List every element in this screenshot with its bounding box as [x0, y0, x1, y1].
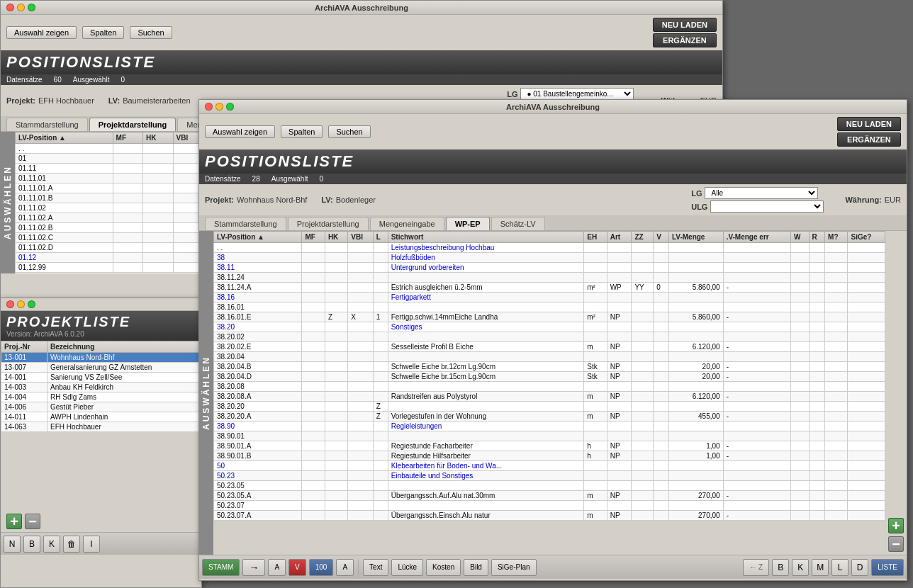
cell2-pos[interactable]: 50.23 — [214, 471, 302, 481]
btn-suchen-2[interactable]: Suchen — [328, 125, 370, 138]
cell2-pos[interactable]: 50.23.07 — [214, 501, 302, 511]
list-item[interactable]: 14-011AWPH Lindenhain — [1, 412, 201, 422]
cell2-pos[interactable]: 38 — [214, 253, 302, 263]
cell-pos[interactable]: 01.12.99.A — [16, 273, 113, 274]
btn-a1[interactable]: A — [268, 559, 286, 576]
cell-pos[interactable]: 01.11.01.A — [16, 183, 113, 193]
minimize-btn-proj[interactable] — [17, 300, 25, 308]
add-row-btn[interactable]: + — [888, 518, 904, 533]
proj-nr[interactable]: 14-011 — [1, 412, 47, 422]
proj-nr[interactable]: 13-007 — [1, 363, 47, 373]
cell2-pos[interactable]: 38.16 — [214, 293, 302, 303]
maximize-btn-proj[interactable] — [28, 300, 35, 308]
toolbar-trash[interactable]: 🗑 — [63, 536, 80, 553]
proj-nr[interactable]: 14-006 — [1, 402, 47, 412]
btn-b-icon[interactable]: B — [772, 559, 789, 576]
cell-pos[interactable]: 01.11.02.D — [16, 243, 113, 253]
close-btn-1[interactable] — [6, 4, 14, 11]
cell2-pos[interactable]: . . — [214, 243, 302, 253]
minimize-btn-1[interactable] — [17, 4, 25, 11]
btn-flag[interactable]: V — [289, 559, 306, 576]
proj-nr[interactable]: 13-001 — [1, 353, 47, 363]
cell2-pos[interactable]: 38.20 — [214, 322, 302, 332]
tab-stammdarstellung-2[interactable]: Stammdarstellung — [205, 217, 286, 230]
cell2-pos[interactable]: 50.23.05 — [214, 481, 302, 491]
cell-pos[interactable]: 01.11.02.A — [16, 213, 113, 223]
tab-projektdarstellung-1[interactable]: Projektdarstellung — [89, 118, 177, 131]
cell-pos[interactable]: 01.11.01.B — [16, 193, 113, 203]
btn-spalten-2[interactable]: Spalten — [281, 125, 323, 138]
btn-kosten[interactable]: Kosten — [426, 559, 461, 576]
btn-liste[interactable]: LISTE — [871, 559, 904, 576]
btn-neu-laden-2[interactable]: NEU LADEN — [837, 117, 901, 131]
btn-z[interactable]: ← Z — [743, 559, 769, 576]
cell2-pos[interactable]: 38.20.08 — [214, 382, 302, 392]
cell2-pos[interactable]: 38.11 — [214, 263, 302, 273]
toolbar-n[interactable]: N — [4, 536, 21, 553]
toolbar-b[interactable]: B — [23, 536, 40, 553]
proj-nr[interactable]: 14-004 — [1, 392, 47, 402]
cell-pos[interactable]: 01.11.01 — [16, 174, 113, 183]
toolbar-k[interactable]: K — [43, 536, 60, 553]
cell2-pos[interactable]: 38.11.24.A — [214, 283, 302, 293]
cell2-pos[interactable]: 38.16.01 — [214, 303, 302, 312]
cell2-pos[interactable]: 38.20.20.A — [214, 412, 302, 422]
add-project-btn[interactable]: + — [6, 514, 22, 529]
cell2-pos[interactable]: 38.90 — [214, 422, 302, 431]
del-row-btn[interactable]: − — [888, 536, 904, 552]
btn-neu-laden-1[interactable]: NEU LADEN — [653, 18, 717, 32]
btn-100[interactable]: 100 — [309, 559, 334, 576]
cell-pos[interactable]: 01.12.99 — [16, 263, 113, 273]
btn-auswahl-1[interactable]: Auswahl zeigen — [6, 26, 77, 39]
maximize-btn-2[interactable] — [226, 103, 234, 111]
toolbar-i[interactable]: I — [83, 536, 100, 553]
cell2-pos[interactable]: 50 — [214, 461, 302, 471]
list-item[interactable]: 14-004RH Sdlg Zams — [1, 392, 201, 402]
tab-wp-ep-2[interactable]: WP-EP — [446, 217, 490, 230]
btn-ergaenzen-1[interactable]: ERGÄNZEN — [653, 33, 717, 47]
cell2-pos[interactable]: 38.90.01.A — [214, 441, 302, 451]
cell2-pos[interactable]: 38.20.04 — [214, 352, 302, 362]
cell2-pos[interactable]: 50.23.07.A — [214, 511, 302, 521]
btn-ergaenzen-2[interactable]: ERGÄNZEN — [837, 132, 901, 147]
cell-pos[interactable]: 01 — [16, 154, 113, 164]
btn-a2[interactable]: A — [336, 559, 354, 576]
lg-select-1[interactable]: ● 01 Baustellengemeinko... — [520, 88, 634, 100]
btn-l-icon[interactable]: L — [831, 559, 848, 576]
btn-m-icon[interactable]: M — [812, 559, 829, 576]
cell-pos[interactable]: 01.11.02 — [16, 203, 113, 213]
btn-luecke[interactable]: Lücke — [391, 559, 423, 576]
tab-schaetz-lv-2[interactable]: Schätz-LV — [491, 217, 545, 230]
cell-pos[interactable]: 01.11.02.C — [16, 233, 113, 243]
maximize-btn-1[interactable] — [28, 4, 35, 11]
tab-projektdarstellung-2[interactable]: Projektdarstellung — [288, 217, 369, 230]
cell2-pos[interactable]: 38.11.24 — [214, 273, 302, 283]
close-btn-2[interactable] — [205, 103, 213, 111]
list-item[interactable]: 14-003Anbau KH Feldkirch — [1, 383, 201, 392]
cell2-pos[interactable]: 50.23.05.A — [214, 491, 302, 501]
cell2-pos[interactable]: 38.20.20 — [214, 402, 302, 412]
ulg-select-2[interactable] — [710, 200, 824, 213]
cell-pos[interactable]: 01.12 — [16, 253, 113, 263]
del-project-btn[interactable]: − — [25, 514, 40, 529]
cell2-pos[interactable]: 38.16.01.E — [214, 312, 302, 322]
btn-bild[interactable]: Bild — [464, 559, 488, 576]
btn-text[interactable]: Text — [363, 559, 388, 576]
btn-d-icon[interactable]: D — [851, 559, 868, 576]
cell2-pos[interactable]: 38.20.04.D — [214, 372, 302, 382]
btn-sige[interactable]: SiGe-Plan — [491, 559, 537, 576]
cell-pos[interactable]: 01.11.02.B — [16, 223, 113, 233]
proj-nr[interactable]: 14-063 — [1, 422, 47, 432]
btn-spalten-1[interactable]: Spalten — [82, 26, 124, 39]
btn-arrow[interactable]: → — [242, 559, 265, 576]
btn-suchen-1[interactable]: Suchen — [130, 26, 172, 39]
cell-pos[interactable]: 01.11 — [16, 164, 113, 174]
tab-mengeneingabe-2[interactable]: Mengeneingabe — [370, 217, 444, 230]
list-item[interactable]: 13-001Wohnhaus Nord-Bhf — [1, 353, 201, 363]
list-item[interactable]: 13-007Generalsanierung GZ Amstetten — [1, 363, 201, 373]
proj-nr[interactable]: 14-001 — [1, 373, 47, 383]
cell2-pos[interactable]: 38.90.01.B — [214, 451, 302, 461]
list-item[interactable]: 14-063EFH Hochbauer — [1, 422, 201, 432]
cell2-pos[interactable]: 38.20.02.E — [214, 342, 302, 352]
minimize-btn-2[interactable] — [215, 103, 223, 111]
